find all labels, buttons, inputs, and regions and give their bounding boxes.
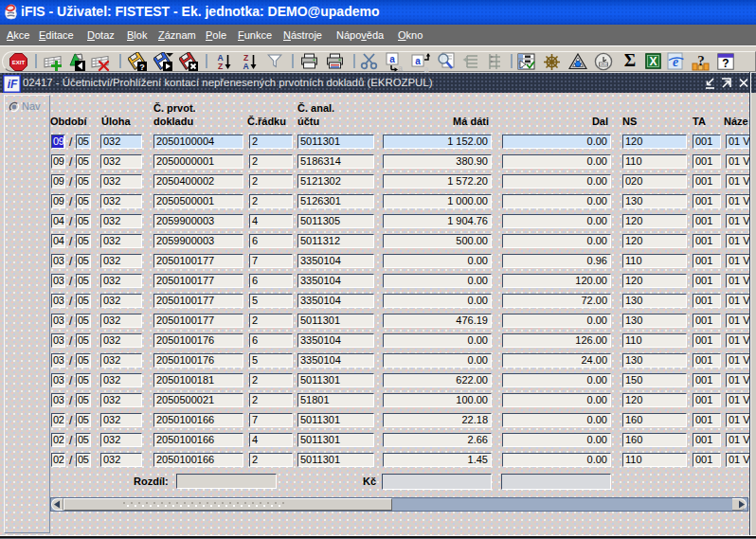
svg-text:Z: Z [218, 62, 223, 71]
svg-text:a: a [398, 63, 404, 72]
svg-text:EXIT: EXIT [12, 60, 26, 65]
svg-text:?: ? [139, 63, 145, 72]
svg-text:1314: 1314 [600, 63, 607, 66]
svg-text:?: ? [722, 57, 729, 70]
svg-text:a: a [423, 64, 429, 72]
svg-text:e: e [673, 55, 678, 69]
svg-text:X: X [649, 55, 657, 68]
svg-text:a: a [415, 56, 421, 66]
svg-text:A: A [243, 62, 248, 71]
svg-text:iF: iF [8, 78, 18, 91]
svg-text:?: ? [697, 53, 705, 68]
svg-text:a: a [389, 54, 395, 64]
